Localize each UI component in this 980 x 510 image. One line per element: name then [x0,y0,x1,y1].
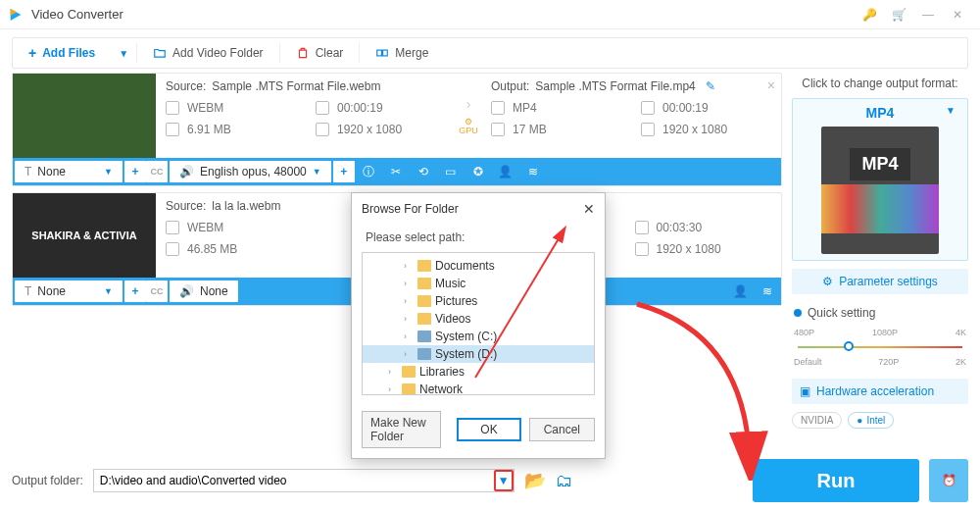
tree-node[interactable]: ›Videos [363,310,594,328]
tree-node[interactable]: ›Pictures [363,292,594,310]
output-folder-label: Output folder: [12,474,83,487]
subtitle-select[interactable]: TNone▼ [15,280,122,302]
clock-icon [641,101,655,115]
output-folder-dropdown[interactable]: ▼ [494,470,514,491]
bottom-bar: Output folder: ▼ 📂 🗂 Run ⏰ [12,461,968,500]
clock-icon [635,221,649,234]
format-icon [491,101,505,115]
open-list-icon[interactable]: 🗂 [556,471,573,491]
sliders-icon: ⚙ [822,275,833,288]
key-icon[interactable]: 🔑 [855,3,884,26]
subtitle-select[interactable]: TNone▼ [15,161,122,182]
merge-button[interactable]: Merge [360,38,444,68]
watermark-icon[interactable]: 👤 [726,278,754,305]
video-thumbnail[interactable]: SHAKIRA & ACTIVIA [13,193,156,278]
gpu-badge: ⚙GPU [459,118,478,135]
tree-node[interactable]: ›System (D:) [363,345,594,363]
svg-rect-3 [383,50,388,56]
format-icon [166,221,179,234]
app-title: Video Converter [31,7,855,22]
plus-icon: + [28,45,36,61]
main-toolbar: +Add Files ▼ Add Video Folder Clear Merg… [12,37,968,69]
tree-node[interactable]: ›System (C:) [363,328,594,345]
audio-select[interactable]: 🔊English opus, 48000▼ [170,161,331,182]
cc-button[interactable]: CC [146,280,168,302]
resolution-icon [316,123,329,136]
format-panel: Click to change output format: MP4▼ MP4 … [792,73,968,429]
tree-node[interactable]: ›Libraries [363,363,594,381]
audio-select[interactable]: 🔊None [170,280,238,302]
make-new-folder-button[interactable]: Make New Folder [362,411,441,448]
clear-button[interactable]: Clear [280,38,360,68]
cancel-button[interactable]: Cancel [529,418,595,441]
add-files-dropdown[interactable]: ▼ [111,48,136,59]
video-thumbnail[interactable] [13,74,156,158]
resolution-icon [641,123,655,136]
cut-icon[interactable]: ✂ [382,158,410,185]
parameter-settings-button[interactable]: ⚙Parameter settings [792,269,968,294]
title-bar: Video Converter 🔑 🛒 — ✕ [0,0,980,29]
merge-icon [375,46,389,60]
output-format-selector[interactable]: MP4▼ MP4 [792,98,968,261]
arrow-right-icon: › [466,96,471,112]
add-subtitle-button[interactable]: + [124,280,146,302]
nvidia-chip[interactable]: NVIDIA [792,412,842,429]
dot-icon [794,309,802,317]
open-folder-icon[interactable]: 📂 [524,470,546,491]
watermark-icon[interactable]: 👤 [492,158,519,185]
size-icon [491,123,505,136]
dialog-subtitle: Please select path: [352,225,605,252]
tree-node[interactable]: ›Documents [363,257,594,275]
output-folder-input[interactable] [100,474,508,487]
info-icon[interactable]: ⓘ [355,158,382,185]
edit-output-icon[interactable]: ✎ [706,79,715,93]
track-edit-bar: TNone▼ + CC 🔊English opus, 48000▼ + ⓘ ✂ … [13,158,781,185]
output-folder-field[interactable]: ▼ [93,469,514,492]
hardware-acceleration-button[interactable]: ▣Hardware acceleration [792,379,968,404]
chip-icon: ▣ [800,384,810,398]
schedule-button[interactable]: ⏰ [929,459,968,502]
minimize-button[interactable]: — [913,3,943,26]
effects-icon[interactable]: ✪ [465,158,492,185]
folder-tree[interactable]: ›Documents›Music›Pictures›Videos›System … [362,252,595,395]
enhance-icon[interactable]: ≋ [754,278,781,305]
format-header-label: Click to change output format: [792,76,968,90]
format-preview: MP4 [821,127,939,254]
svg-rect-2 [377,50,382,56]
quality-slider[interactable] [798,337,962,357]
tree-node[interactable]: ›Music [363,275,594,292]
add-audio-button[interactable]: + [333,161,355,182]
remove-item-button[interactable]: × [767,77,775,93]
format-icon [166,101,179,115]
source-filename: Sample .MTS Format File.webm [212,79,380,93]
tree-node[interactable]: ›Network [363,381,594,395]
run-button[interactable]: Run [753,459,919,502]
size-icon [166,123,179,136]
rotate-icon[interactable]: ⟲ [410,158,437,185]
source-filename: la la la.webm [212,199,280,213]
folder-plus-icon [153,46,167,60]
add-video-folder-button[interactable]: Add Video Folder [137,38,279,68]
clock-icon [316,101,329,115]
browse-folder-dialog: Browse For Folder✕ Please select path: ›… [351,192,606,459]
close-button[interactable]: ✕ [943,3,972,26]
crop-icon[interactable]: ▭ [437,158,465,185]
enhance-icon[interactable]: ≋ [519,158,547,185]
add-files-button[interactable]: +Add Files [13,38,111,68]
chevron-down-icon: ▼ [946,105,956,116]
resolution-icon [635,242,649,256]
trash-icon [296,46,310,60]
dialog-title: Browse For Folder [362,202,459,216]
size-icon [166,242,179,256]
intel-chip[interactable]: ●Intel [848,412,894,429]
output-filename: Sample .MTS Format File.mp4 [535,79,695,93]
cart-icon[interactable]: 🛒 [884,3,913,26]
conversion-item: × Source: Sample .MTS Format File.webm W… [12,73,782,186]
dialog-close-button[interactable]: ✕ [583,201,595,217]
app-logo-icon [8,7,24,23]
add-subtitle-button[interactable]: + [124,161,146,182]
ok-button[interactable]: OK [457,418,520,441]
cc-button[interactable]: CC [146,161,168,182]
